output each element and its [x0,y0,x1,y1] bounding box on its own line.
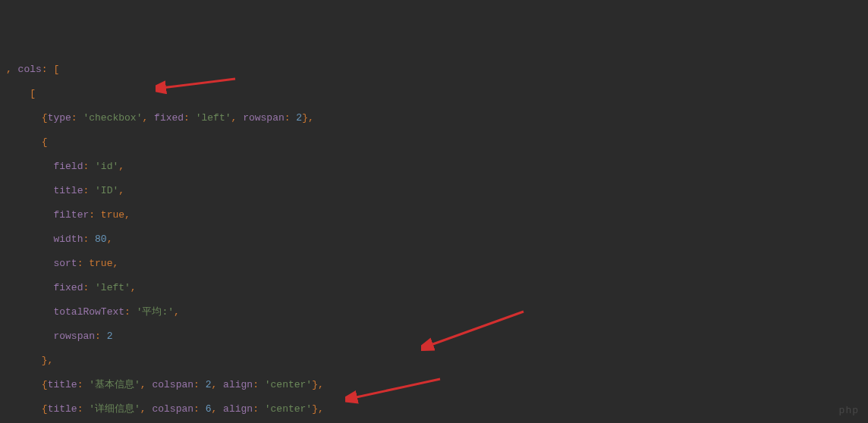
code-line: {title: '基本信息', colspan: 2, align: 'cent… [6,379,862,391]
code-line: {title: '详细信息', colspan: 6, align: 'cent… [6,403,862,415]
code-line: { [6,136,862,149]
code-line: title: 'ID', [6,185,862,197]
watermark: php [839,405,859,417]
code-line: {type: 'checkbox', fixed: 'left', rowspa… [6,112,862,124]
code-line: fixed: 'left', [6,282,862,294]
code-line: width: 80, [6,233,862,246]
code-line: }, [6,355,862,367]
code-line: totalRowText: '平均:', [6,306,862,318]
code-line: rowspan: 2 [6,331,862,343]
code-line: sort: true, [6,258,862,270]
code-line: field: 'id', [6,161,862,173]
code-line: , cols: [ [6,64,862,76]
code-editor: , cols: [ [ {type: 'checkbox', fixed: 'l… [6,52,862,423]
code-line: [ [6,88,862,100]
code-line: filter: true, [6,209,862,221]
